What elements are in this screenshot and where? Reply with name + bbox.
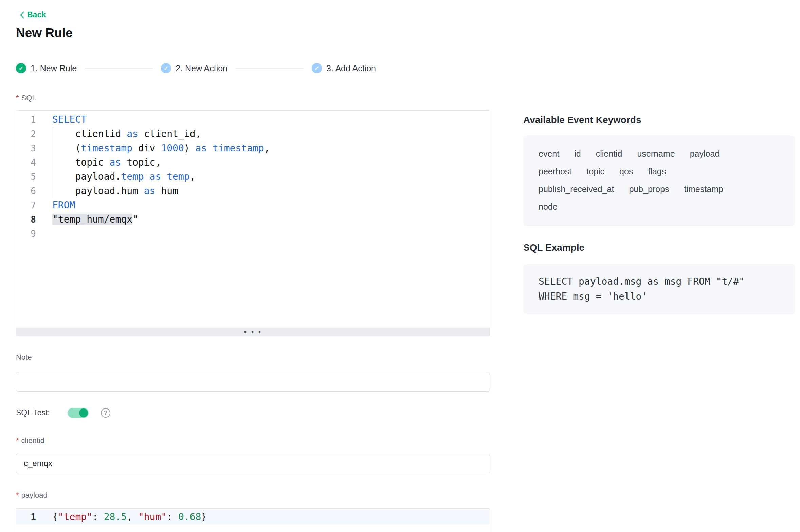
clientid-input[interactable] — [16, 454, 490, 473]
keyword-item: node — [539, 202, 558, 211]
step-connector — [236, 68, 304, 69]
keywords-box: eventidclientidusernamepayloadpeerhostto… — [523, 135, 795, 226]
line-number: 9 — [16, 227, 45, 241]
page-title: New Rule — [16, 26, 73, 40]
step-check-icon: ✓ — [312, 63, 322, 73]
keyword-item: flags — [648, 167, 666, 176]
note-field-label: Note — [16, 353, 32, 362]
keyword-row: publish_received_atpub_propstimestamp — [539, 181, 780, 198]
step-2[interactable]: ✓2. New Action — [161, 63, 228, 73]
keyword-item: pub_props — [629, 184, 669, 194]
code-text: FROM — [45, 198, 490, 212]
step-check-icon: ✓ — [161, 63, 171, 73]
required-asterisk: * — [16, 491, 19, 499]
line-number: 1 — [16, 113, 45, 127]
keyword-item: timestamp — [684, 184, 723, 194]
help-glyph: ? — [104, 410, 108, 417]
payload-editor[interactable]: 1{"temp": 28.5, "hum": 0.68} — [16, 508, 490, 532]
stepper: ✓1. New Rule✓2. New Action✓3. Add Action — [16, 63, 376, 74]
clientid-field-label: *clientid — [16, 436, 44, 445]
line-number: 6 — [16, 184, 45, 198]
code-text — [45, 227, 490, 241]
step-label: 1. New Rule — [31, 63, 77, 73]
clientid-label-text: clientid — [21, 436, 44, 445]
code-line: 9 — [16, 227, 490, 241]
code-text: SELECT — [45, 113, 490, 127]
resize-dots-icon: ... — [242, 324, 263, 336]
step-3[interactable]: ✓3. Add Action — [312, 63, 376, 73]
sql-field-label-text: SQL — [21, 94, 36, 102]
keyword-item: id — [574, 149, 581, 158]
editor-resize-handle[interactable]: ... — [16, 328, 490, 336]
keyword-item: clientid — [596, 149, 622, 158]
keyword-item: username — [637, 149, 675, 158]
step-connector — [85, 68, 153, 69]
keyword-item: payload — [690, 149, 720, 158]
keyword-item: event — [539, 149, 559, 158]
code-line: 5 payload.temp as temp, — [16, 170, 490, 184]
required-asterisk: * — [16, 94, 19, 102]
back-chevron-icon — [20, 11, 24, 19]
code-text: payload.hum as hum — [45, 184, 490, 198]
keyword-row: peerhosttopicqosflags — [539, 163, 780, 181]
keywords-title: Available Event Keywords — [523, 115, 795, 126]
sql-test-toggle[interactable] — [68, 408, 89, 418]
sql-example-line: SELECT payload.msg as msg FROM "t/#" — [539, 274, 780, 289]
code-text: (timestamp div 1000) as timestamp, — [45, 141, 490, 155]
step-label: 3. Add Action — [326, 63, 376, 73]
sql-example-title: SQL Example — [523, 242, 795, 253]
note-input[interactable] — [16, 372, 490, 392]
line-number: 5 — [16, 170, 45, 184]
payload-field-label: *payload — [16, 491, 48, 500]
sql-editor[interactable]: 1SELECT2 clientid as client_id,3 (timest… — [16, 110, 490, 336]
line-number: 7 — [16, 198, 45, 212]
code-line: 2 clientid as client_id, — [16, 127, 490, 141]
sql-test-label: SQL Test: — [16, 408, 50, 417]
code-text: "temp_hum/emqx" — [45, 212, 490, 227]
required-asterisk: * — [16, 436, 19, 445]
code-line: 1{"temp": 28.5, "hum": 0.68} — [16, 510, 490, 524]
keyword-item: topic — [586, 167, 604, 176]
step-label: 2. New Action — [176, 63, 228, 73]
code-text: {"temp": 28.5, "hum": 0.68} — [45, 510, 490, 524]
keyword-item: peerhost — [539, 167, 571, 176]
indent-guide — [53, 127, 53, 198]
back-link[interactable]: Back — [20, 10, 46, 19]
code-line: 4 topic as topic, — [16, 155, 490, 170]
code-text: payload.temp as temp, — [45, 170, 490, 184]
step-check-icon: ✓ — [16, 63, 26, 73]
step-1[interactable]: ✓1. New Rule — [16, 63, 77, 73]
keyword-item: publish_received_at — [539, 184, 614, 194]
help-icon[interactable]: ? — [101, 408, 110, 418]
sql-field-label: *SQL — [16, 94, 36, 102]
code-line: 7FROM — [16, 198, 490, 212]
line-number: 1 — [16, 510, 45, 524]
code-line: 8"temp_hum/emqx" — [16, 212, 490, 227]
keyword-row: node — [539, 198, 780, 216]
back-label: Back — [27, 10, 46, 19]
keyword-item: qos — [619, 167, 633, 176]
sidebar: Available Event Keywords eventidclientid… — [523, 115, 795, 314]
code-line: 1SELECT — [16, 113, 490, 127]
line-number: 4 — [16, 155, 45, 170]
line-number: 3 — [16, 141, 45, 155]
toggle-knob — [79, 408, 88, 417]
code-text: topic as topic, — [45, 155, 490, 170]
line-number: 2 — [16, 127, 45, 141]
code-line: 6 payload.hum as hum — [16, 184, 490, 198]
code-line: 3 (timestamp div 1000) as timestamp, — [16, 141, 490, 155]
sql-example-line: WHERE msg = 'hello' — [539, 289, 780, 304]
keyword-row: eventidclientidusernamepayload — [539, 146, 780, 163]
line-number: 8 — [16, 212, 45, 227]
payload-label-text: payload — [21, 491, 48, 499]
sql-example-box: SELECT payload.msg as msg FROM "t/#"WHER… — [523, 264, 795, 314]
code-text: clientid as client_id, — [45, 127, 490, 141]
